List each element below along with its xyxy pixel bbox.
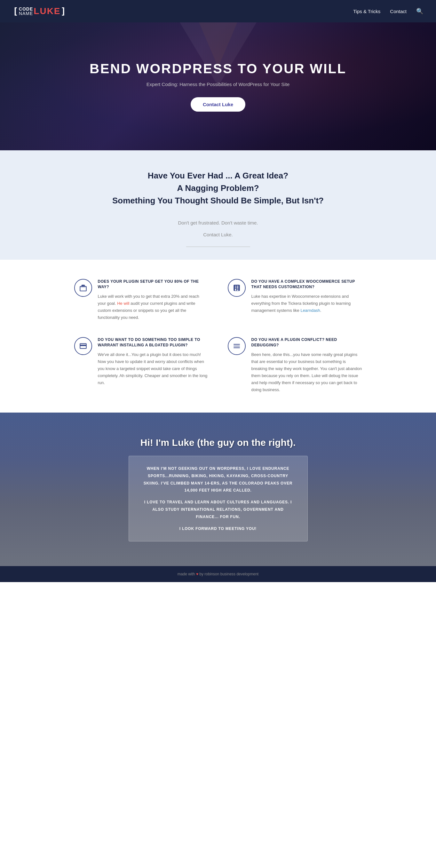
service-body-bloated-plugin: We've all done it...You get a plugin but…: [98, 351, 209, 386]
service-title-plugin-setup: DOES YOUR PLUGIN SETUP GET YOU 80% OF TH…: [98, 279, 209, 290]
service-text-debugging: DO YOU HAVE A PLUGIN CONFLICT? NEED DEBU…: [251, 337, 362, 393]
calculator-icon: [232, 284, 241, 292]
service-body-plugin-setup: Luke will work with you to get that extr…: [98, 293, 209, 321]
learndash-link[interactable]: Learndash: [300, 308, 320, 313]
service-body-woocommerce: Luke has expertise in Woocommerce extens…: [251, 293, 362, 314]
about-heading: Hi! I'm Luke (the guy on the right).: [141, 437, 295, 448]
contact-luke-button[interactable]: Contact Luke: [191, 97, 245, 112]
nav-link-contact[interactable]: Contact: [390, 9, 407, 14]
service-item-woocommerce: DO YOU HAVE A COMPLEX WOOCOMMERCE SETUP …: [228, 279, 362, 321]
service-title-woocommerce: DO YOU HAVE A COMPLEX WOOCOMMERCE SETUP …: [251, 279, 362, 290]
service-body-debugging: Been here, done this...you have some rea…: [251, 351, 362, 394]
card-icon: [79, 342, 87, 350]
idea-sub2: Contact Luke.: [13, 230, 423, 239]
hero-subheading: Expert Coding: Harness the Possibilities…: [147, 82, 289, 87]
highlight-he-will: He will: [117, 301, 129, 306]
logo-name: NAME: [19, 11, 33, 16]
nav-link-tips[interactable]: Tips & Tricks: [353, 9, 380, 14]
logo: [ CODE NAME LUKE ]: [13, 6, 66, 17]
idea-sub1: Don't get frustrated. Don't waste time.: [13, 218, 423, 227]
logo-bracket-close: ]: [61, 6, 66, 17]
logo-code: CODE: [19, 7, 33, 11]
service-item-plugin-setup: DOES YOUR PLUGIN SETUP GET YOU 80% OF TH…: [74, 279, 209, 321]
about-para2: I LOVE TO TRAVEL AND LEARN ABOUT CULTURE…: [141, 499, 296, 520]
hero-heading: BEND WORDPRESS TO YOUR WILL: [90, 61, 346, 76]
footer-text: made with ♥ by robinson business develop…: [178, 572, 258, 576]
service-icon-card: [74, 337, 92, 355]
idea-divider: [186, 247, 250, 247]
navbar: [ CODE NAME LUKE ] Tips & Tricks Contact…: [0, 0, 436, 22]
services-grid: DOES YOUR PLUGIN SETUP GET YOU 80% OF TH…: [74, 279, 362, 393]
idea-heading: Have You Ever Had ... A Great Idea? A Na…: [13, 169, 423, 207]
list-icon: [232, 342, 241, 350]
service-text-plugin-setup: DOES YOUR PLUGIN SETUP GET YOU 80% OF TH…: [98, 279, 209, 321]
footer: made with ♥ by robinson business develop…: [0, 566, 436, 582]
services-section: DOES YOUR PLUGIN SETUP GET YOU 80% OF TH…: [0, 260, 436, 412]
logo-text-stack: CODE NAME: [19, 7, 33, 16]
service-item-bloated-plugin: DO YOU WANT TO DO SOMETHING TOO SIMPLE T…: [74, 337, 209, 393]
hero-triangle-inner-decoration: [199, 22, 237, 67]
heart-icon: ♥: [196, 572, 198, 576]
search-icon[interactable]: 🔍: [416, 8, 423, 15]
briefcase-icon: [79, 284, 87, 292]
service-title-debugging: DO YOU HAVE A PLUGIN CONFLICT? NEED DEBU…: [251, 337, 362, 348]
service-icon-list: [228, 337, 246, 355]
service-text-bloated-plugin: DO YOU WANT TO DO SOMETHING TOO SIMPLE T…: [98, 337, 209, 386]
about-para1: WHEN I'M NOT GEEKING OUT ON WORDPRESS, I…: [141, 465, 296, 494]
service-item-debugging: DO YOU HAVE A PLUGIN CONFLICT? NEED DEBU…: [228, 337, 362, 393]
about-box: WHEN I'M NOT GEEKING OUT ON WORDPRESS, I…: [129, 456, 308, 541]
service-text-woocommerce: DO YOU HAVE A COMPLEX WOOCOMMERCE SETUP …: [251, 279, 362, 314]
nav-links: Tips & Tricks Contact 🔍: [353, 8, 423, 15]
logo-bracket-open: [: [13, 6, 18, 17]
service-title-bloated-plugin: DO YOU WANT TO DO SOMETHING TOO SIMPLE T…: [98, 337, 209, 348]
service-icon-briefcase: [74, 279, 92, 297]
service-icon-calculator: [228, 279, 246, 297]
logo-luke: LUKE: [34, 6, 60, 16]
svg-rect-0: [82, 285, 84, 286]
about-para3: I LOOK FORWARD TO MEETING YOU!: [141, 525, 296, 532]
hero-section: BEND WORDPRESS TO YOUR WILL Expert Codin…: [0, 22, 436, 150]
about-section: Hi! I'm Luke (the guy on the right). WHE…: [0, 412, 436, 566]
idea-section: Have You Ever Had ... A Great Idea? A Na…: [0, 150, 436, 260]
